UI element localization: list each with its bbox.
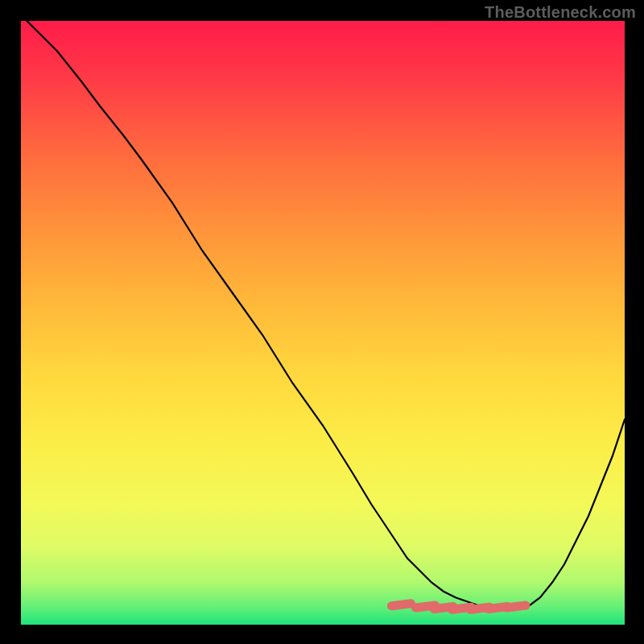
chart-svg (21, 21, 625, 625)
chart-stage: TheBottleneck.com (0, 0, 644, 644)
valley-marker (506, 605, 526, 608)
credit-text: TheBottleneck.com (485, 3, 636, 22)
plot-area (21, 21, 625, 625)
valley-marker-group (392, 604, 526, 610)
bottleneck-curve (21, 21, 625, 609)
valley-marker (392, 604, 411, 606)
